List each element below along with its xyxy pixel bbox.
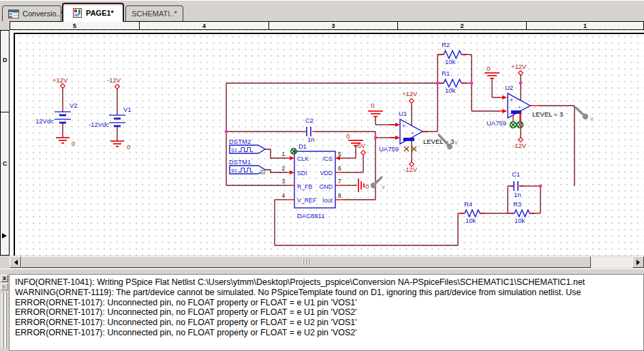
document-tab-bar: Conversio..* PAGE1* SCHEMATI..* [0, 0, 644, 22]
ruler-number: 1 [583, 22, 587, 29]
power-pin-icon [115, 85, 120, 89]
schematic-page-icon [72, 8, 82, 18]
plus-input-label: + [510, 97, 513, 104]
tab-page1[interactable]: PAGE1* [62, 3, 124, 22]
horizontal-scrollbar[interactable] [0, 256, 644, 269]
ref-label: D1 [298, 142, 307, 150]
value-label: 12Vdc [35, 117, 54, 125]
dac8811-d1[interactable]: D1 DAC8811 1 2 3 4 5 6 7 8 CLK SDI R_FB … [281, 142, 343, 219]
log-output[interactable]: INFO(ORNET-1041): Writing PSpice Flat Ne… [9, 274, 644, 351]
pin-arrow-icon [502, 95, 507, 100]
ruler-corner [0, 21, 10, 30]
pin-number: 1 [281, 151, 285, 157]
voltage-probe-u2-out[interactable]: v [576, 108, 594, 122]
ruler-number: 3 [331, 22, 335, 29]
part-label: UA759 [487, 119, 506, 127]
value-label: 1n [514, 191, 521, 198]
drc-marker-x-icon [511, 123, 515, 127]
pin-name: SDI [297, 170, 307, 177]
power-pin-icon [361, 151, 366, 155]
log-line-error: ERROR(ORNET-1017): Unconnected pin, no F… [15, 298, 643, 308]
log-line-error: ERROR(ORNET-1017): Unconnected pin, no F… [15, 328, 643, 338]
tab-schematic1[interactable]: SCHEMATI..* [125, 5, 183, 21]
pin-arrow-icon [290, 170, 294, 174]
ground-label: 0 [487, 65, 490, 72]
vminus-label: -12V [512, 142, 527, 149]
probe-tip-icon [447, 144, 453, 149]
ruler-letter: C [3, 160, 7, 167]
tab-label: PAGE1* [86, 9, 114, 17]
value-label: 10k [515, 217, 525, 224]
ground-u2-plus[interactable]: 0 [485, 65, 500, 78]
tab-conversion-project[interactable]: Conversio..* [2, 5, 61, 21]
panel-grip[interactable] [5, 293, 7, 348]
resistor-r1[interactable]: R1 10k [438, 70, 467, 94]
ground-symbol-icon [56, 138, 70, 143]
resistor-r3[interactable]: R3 10k [509, 200, 535, 224]
pin-name: /CS [322, 155, 333, 162]
voltage-source-v2[interactable]: +12V V2 12Vdc 0 [35, 76, 78, 147]
unconnected-pin-x-icon [404, 147, 409, 151]
power-pin-icon [61, 84, 65, 89]
voltage-probe-dac-gnd[interactable]: v [371, 177, 385, 190]
pin-number: 5 [338, 151, 341, 157]
pin-number: 2 [281, 165, 285, 172]
expand-log-button[interactable] [1, 283, 8, 290]
ref-label: R3 [513, 200, 521, 208]
resistor-r2[interactable]: R2 10k [438, 41, 467, 65]
voltage-source-v1[interactable]: -12V V1 -12Vdc 0 [89, 76, 132, 151]
ref-label: U2 [505, 84, 513, 91]
log-line-error: ERROR(ORNET-1017): Unconnected pin, no F… [15, 318, 643, 328]
power-label: +12V [52, 76, 68, 84]
resistor-zigzag [465, 210, 480, 217]
probe-tip-icon [583, 114, 588, 119]
probe-tip-icon [371, 183, 376, 188]
vplus-label: +12V [402, 90, 418, 97]
capacitor-c2[interactable]: C2 1n [303, 117, 316, 143]
close-log-button[interactable]: x [1, 275, 8, 282]
ref-label: C2 [305, 117, 313, 124]
panel-grip[interactable] [1, 293, 3, 348]
pin-number: 7 [338, 178, 341, 185]
ruler-position-marker-icon [2, 233, 7, 239]
pin-name: GND [319, 183, 333, 190]
schematic-drawing[interactable]: +12V V2 12Vdc 0 -12V V1 -12Vdc 0 [10, 30, 644, 256]
capacitor-c1[interactable]: C1 1n [510, 170, 523, 198]
scrollbar-thumb[interactable] [21, 256, 591, 268]
ruler-number: 2 [460, 22, 463, 29]
expand-arrow-icon [3, 285, 7, 289]
pin-arrow-icon [395, 136, 400, 140]
scroll-right-button[interactable] [632, 256, 644, 268]
output-plus-label: + [411, 130, 414, 136]
ground-label: 0 [346, 132, 350, 140]
output-plus-label: + [518, 104, 521, 110]
pin-arrow-icon [395, 123, 400, 127]
resistor-zigzag [444, 51, 461, 59]
resistor-r4[interactable]: R4 10k [459, 200, 485, 224]
impl-label: S1 [231, 147, 237, 153]
ruler-number: 4 [202, 22, 206, 29]
power-pin-icon [519, 71, 523, 76]
value-label: -12Vdc [89, 121, 109, 128]
project-manager-icon [8, 10, 19, 18]
ground-label: 0 [127, 143, 130, 151]
scroll-left-button[interactable] [10, 256, 21, 268]
resistor-zigzag [444, 80, 461, 87]
power-pin-icon [410, 99, 414, 104]
waveform-icon [239, 168, 253, 172]
ground-u1-plus[interactable]: 0 [368, 102, 383, 117]
tab-label: SCHEMATI..* [132, 10, 177, 18]
ruler-number: 5 [73, 22, 76, 29]
ground-dac-gnd-pin[interactable]: 0 [358, 179, 369, 192]
session-log-panel: x INFO(ORNET-1041): Writing PSpice Flat … [0, 274, 644, 351]
ground-label: 0 [365, 183, 369, 190]
ref-label: U1 [399, 110, 407, 117]
opamp-u1[interactable]: 0 + - + U1 UA759 +12V -12V LEVEL = 3 [368, 90, 454, 173]
log-line-info: INFO(ORNET-1041): Writing PSpice Flat Ne… [15, 277, 643, 288]
pin-number: 6 [338, 165, 341, 172]
power-label: -12V [107, 76, 121, 84]
power-label: +5V [354, 142, 366, 149]
orcad-capture-window: Conversio..* PAGE1* SCHEMATI..* 5 4 3 2 … [0, 0, 644, 351]
value-label: 10k [465, 217, 476, 224]
ref-label: DSTM2 [229, 138, 251, 145]
